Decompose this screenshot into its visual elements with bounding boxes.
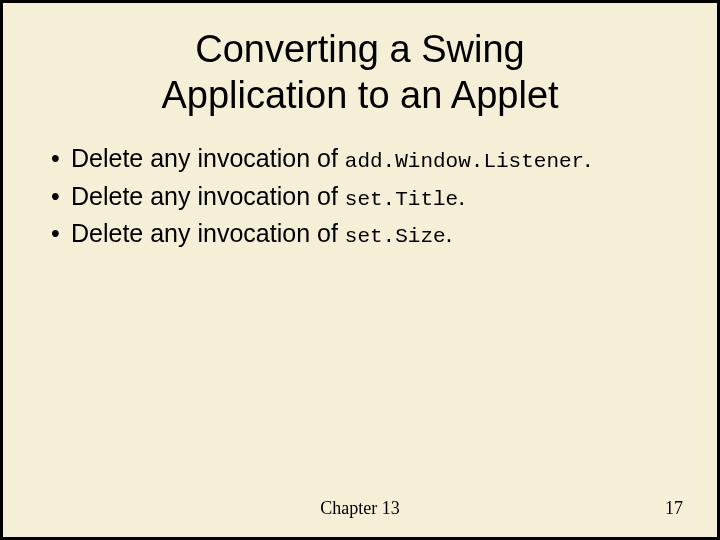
footer-page: 17 [665,498,683,519]
slide: Converting a Swing Application to an App… [0,0,720,540]
bullet-text: Delete any invocation of [71,182,345,210]
list-item: •Delete any invocation of add.Window.Lis… [51,142,717,176]
bullet-icon: • [51,142,71,176]
title-line-1: Converting a Swing [195,28,525,70]
list-item: •Delete any invocation of set.Size. [51,217,717,251]
bullet-suffix: . [458,182,465,210]
bullet-text: Delete any invocation of [71,219,345,247]
bullet-suffix: . [446,219,453,247]
bullet-icon: • [51,217,71,251]
title-line-2: Application to an Applet [161,74,558,116]
bullet-suffix: . [584,144,591,172]
footer-chapter: Chapter 13 [3,498,717,519]
bullet-text: Delete any invocation of [71,144,345,172]
bullet-list: •Delete any invocation of add.Window.Lis… [3,142,717,251]
code-text: set.Size [345,225,446,248]
slide-title: Converting a Swing Application to an App… [3,27,717,118]
code-text: add.Window.Listener [345,150,584,173]
bullet-icon: • [51,180,71,214]
code-text: set.Title [345,188,458,211]
list-item: •Delete any invocation of set.Title. [51,180,717,214]
